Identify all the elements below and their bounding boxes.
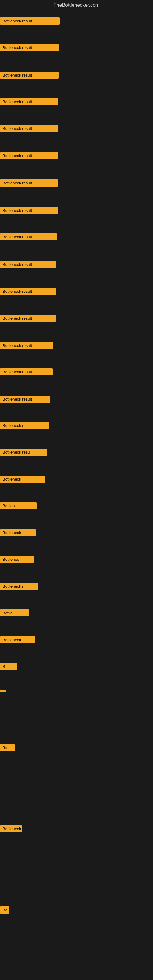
bottleneck-result-item: Bottle: [0, 609, 29, 616]
bottleneck-result-item: Bottleneck: [0, 529, 36, 536]
bottleneck-result-item: Bottleneck result: [0, 261, 56, 268]
bottleneck-result-item: Bottleneck r: [0, 825, 22, 832]
bottleneck-result-item: Bottleneck result: [0, 207, 58, 214]
bottleneck-result-item: Bottleneck result: [0, 342, 53, 349]
bottleneck-result-item: Bottleneck resu: [0, 449, 48, 456]
bottleneck-result-item: Bottleneck result: [0, 18, 60, 24]
bottleneck-result-item: Bottleneck result: [0, 152, 58, 159]
bottleneck-result-item: [0, 690, 5, 692]
bottleneck-result-item: Bottleneck r: [0, 583, 38, 590]
bottleneck-result-item: Bottleneck: [0, 636, 35, 643]
bottleneck-result-item: Bottleneck result: [0, 396, 51, 403]
bottleneck-result-item: Bottleneck r: [0, 422, 49, 429]
bottleneck-result-item: Bottleneck: [0, 476, 45, 483]
bottleneck-result-item: Bottlen: [0, 502, 37, 509]
bottleneck-result-item: Bottleneck result: [0, 125, 58, 132]
bottleneck-result-item: Bottlenec: [0, 556, 33, 563]
site-title: TheBottlenecker.com: [0, 0, 153, 9]
bottleneck-result-item: Bottleneck result: [0, 288, 56, 295]
bottleneck-result-item: B: [0, 663, 17, 670]
bottleneck-result-item: Bottleneck result: [0, 233, 57, 240]
bottleneck-result-item: Bottleneck result: [0, 44, 59, 51]
bottleneck-result-item: Bo: [0, 744, 15, 751]
bottleneck-result-item: Bottleneck result: [0, 72, 59, 79]
bottleneck-result-item: Bottleneck result: [0, 368, 53, 375]
bottleneck-result-item: Bottleneck result: [0, 315, 56, 322]
bottleneck-result-item: Bottleneck result: [0, 98, 59, 105]
bottleneck-result-item: Bottleneck result: [0, 180, 58, 186]
bottleneck-result-item: Bo: [0, 907, 9, 913]
